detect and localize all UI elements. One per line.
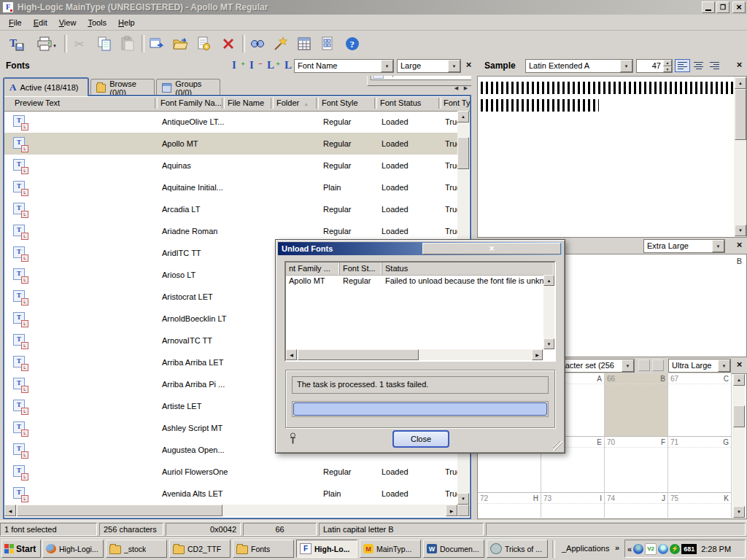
col-folder[interactable]: Folder▲ [276, 98, 309, 107]
tray-icon-4[interactable]: ⚡ [670, 544, 680, 554]
vscrollbar-track[interactable] [732, 374, 745, 518]
pin-icon[interactable] [289, 432, 297, 446]
tray-counter-badge[interactable]: 681 [681, 544, 697, 554]
taskbar-button[interactable]: High-Lo... [296, 540, 357, 558]
scroll-up-icon[interactable] [733, 374, 745, 386]
scroll-left-icon[interactable] [4, 505, 16, 516]
align-right-icon[interactable] [707, 59, 722, 72]
help-icon[interactable]: ? [341, 34, 363, 54]
hscrollbar-thumb[interactable] [298, 349, 419, 360]
toolbar-overflow-icon[interactable]: » [615, 543, 619, 552]
grid-cell[interactable]: 73I [541, 493, 605, 518]
close-panel-icon[interactable] [734, 240, 745, 251]
sample-charset-combo[interactable]: Latin Extended A [525, 59, 633, 73]
col-font-style[interactable]: Font Style [322, 98, 358, 107]
taskbar-button[interactable]: MainTyp... [360, 540, 421, 558]
font-row[interactable]: T AntiqueOlive LT... Regular Loaded True [4, 111, 459, 133]
tab-groups[interactable]: Groups (0/0) [156, 79, 220, 96]
character-map-icon[interactable] [317, 34, 338, 54]
tray-icon-antivirus[interactable]: V2 [645, 543, 657, 555]
align-center-icon[interactable] [691, 59, 706, 72]
search-field-combo[interactable]: Font Name [294, 59, 394, 73]
hscrollbar-thumb[interactable] [17, 505, 222, 516]
font-row[interactable]: T Auriol FlowersOne Regular Loaded True [4, 461, 459, 483]
align-left-icon[interactable] [675, 59, 690, 72]
font-row[interactable]: T Arcadia LT Regular Loaded True [4, 198, 459, 220]
font-row[interactable]: T Aquinas Regular Loaded True [4, 155, 459, 176]
spin-up-icon[interactable]: ▲ [663, 60, 672, 66]
scroll-up-icon[interactable] [735, 77, 746, 89]
tray-collapse-icon[interactable]: « [627, 545, 632, 553]
print-icon[interactable]: ▼ [31, 34, 58, 54]
taskbar-button[interactable]: CD2_TTF [169, 540, 231, 558]
vscrollbar-thumb[interactable] [733, 405, 745, 427]
prev-page-icon[interactable] [638, 359, 650, 371]
scroll-left-icon[interactable] [286, 349, 297, 360]
font-row[interactable]: T Avenida Alts LET Plain Loaded True [4, 483, 459, 505]
col-family[interactable]: nt Family ... [286, 262, 340, 275]
start-button[interactable]: Start [1, 540, 41, 558]
scroll-down-icon[interactable] [457, 493, 469, 505]
preview-size-combo[interactable]: Large [397, 59, 461, 73]
col-status[interactable]: Status [382, 262, 554, 275]
menu-item[interactable]: Help [112, 16, 141, 29]
tab-scroll-right-icon[interactable]: ▶ [462, 83, 470, 93]
font-row[interactable]: T Aquitaine Initial... Plain Loaded True [4, 176, 459, 198]
close-panel-icon[interactable] [734, 60, 745, 71]
applications-toolbar-label[interactable]: _Applications [562, 544, 609, 553]
tab-active[interactable]: A Active (418/418) [3, 77, 89, 96]
minimize-button[interactable] [702, 1, 715, 13]
scroll-down-icon[interactable] [733, 506, 745, 518]
spin-down-icon[interactable]: ▼ [663, 66, 672, 73]
taskbar-button[interactable]: Tricks of ... [487, 540, 548, 558]
close-button[interactable] [732, 1, 746, 13]
cut-icon[interactable]: ✂ [70, 34, 92, 54]
next-page-icon[interactable] [652, 359, 664, 371]
menu-item[interactable]: View [53, 16, 82, 29]
glyph-size-combo[interactable]: Extra Large [643, 239, 725, 253]
taskbar-button[interactable]: Fonts [233, 540, 294, 558]
grid-cell[interactable]: 70F [605, 437, 668, 493]
grid-size-combo[interactable]: Ultra Large [668, 359, 731, 373]
col-font-status[interactable]: Font Status [380, 98, 421, 107]
resize-grip-icon[interactable] [553, 441, 562, 451]
dropdown-arrow-icon[interactable] [622, 359, 634, 372]
dialog-close-button[interactable]: Close [392, 430, 449, 448]
tray-icon-3[interactable] [658, 544, 668, 554]
grid-cell[interactable]: 72H [478, 493, 541, 518]
taskbar-button[interactable]: High-Logi... [42, 540, 104, 558]
grid-cell[interactable]: 74J [605, 493, 668, 518]
vscrollbar-thumb[interactable] [735, 89, 746, 140]
menu-item[interactable]: Tools [82, 16, 112, 29]
dropdown-arrow-icon[interactable] [381, 60, 393, 72]
load-add-icon[interactable] [265, 59, 281, 72]
scroll-up-icon[interactable] [543, 275, 554, 286]
scroll-right-icon[interactable] [446, 505, 457, 516]
taskbar-button[interactable]: _stock [106, 540, 167, 558]
dropdown-arrow-icon[interactable] [620, 60, 632, 72]
delete-icon[interactable] [217, 34, 239, 54]
dropdown-arrow-icon[interactable] [712, 240, 724, 252]
report-icon[interactable] [293, 34, 315, 54]
dialog-close-icon[interactable] [422, 243, 561, 254]
install-add-icon[interactable] [230, 59, 246, 72]
dropdown-arrow-icon[interactable] [718, 359, 730, 372]
grid-cell[interactable]: 66B [605, 373, 668, 437]
menu-item[interactable]: File [3, 16, 28, 29]
col-font-type[interactable]: Font Ty [444, 98, 470, 107]
col-file-name[interactable]: File Name [228, 98, 264, 107]
scroll-down-icon[interactable] [543, 338, 554, 349]
col-font-family[interactable]: Font Family Na... [160, 98, 222, 107]
open-folder-icon[interactable] [169, 34, 191, 54]
install-remove-icon[interactable] [247, 59, 263, 72]
install-font-icon[interactable]: T [6, 34, 28, 54]
export-view-icon[interactable] [146, 34, 168, 54]
wizard-icon[interactable] [270, 34, 292, 54]
dialog-list-row[interactable]: Apollo MT Regular Failed to unload becau… [286, 276, 543, 286]
paste-icon[interactable] [117, 34, 139, 54]
grid-cell[interactable]: 75K [668, 493, 732, 518]
vscrollbar-thumb[interactable] [457, 137, 469, 169]
scroll-up-icon[interactable] [457, 111, 469, 122]
tray-icon-1[interactable] [633, 544, 643, 554]
sample-size-spinner[interactable]: 47 ▲▼ [636, 59, 673, 73]
